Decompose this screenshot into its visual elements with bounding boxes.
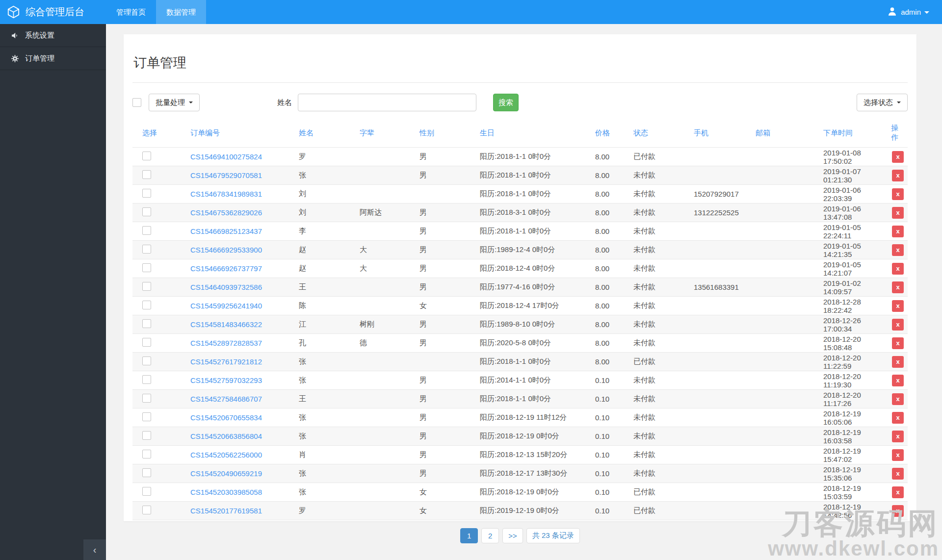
app-title: 综合管理后台: [26, 5, 84, 19]
delete-button[interactable]: x: [892, 281, 904, 293]
cell-order-time: 2018-12-19 16:03:58: [819, 427, 887, 446]
delete-button[interactable]: x: [892, 151, 904, 163]
delete-button[interactable]: x: [892, 337, 904, 349]
select-all-checkbox[interactable]: [132, 98, 141, 107]
order-number-link[interactable]: CS154640939732586: [190, 283, 262, 291]
delete-button[interactable]: x: [892, 170, 904, 181]
order-number-link[interactable]: CS154694100275824: [190, 153, 262, 161]
search-button[interactable]: 搜索: [493, 94, 519, 111]
delete-button[interactable]: x: [892, 431, 904, 442]
cell-status: 未付款: [629, 408, 690, 427]
order-number-link[interactable]: CS154520177619581: [190, 507, 262, 515]
delete-button[interactable]: x: [892, 207, 904, 219]
row-checkbox[interactable]: [142, 375, 151, 384]
order-number-link[interactable]: CS154527617921812: [190, 357, 262, 366]
cell-price: 0.10: [591, 371, 629, 390]
row-checkbox[interactable]: [142, 152, 151, 160]
row-checkbox[interactable]: [142, 356, 151, 365]
delete-button[interactable]: x: [892, 486, 904, 498]
cell-status: 未付款: [629, 464, 690, 483]
delete-button[interactable]: x: [892, 300, 904, 312]
order-number-link[interactable]: CS154678341989831: [190, 190, 262, 198]
cell-select: [132, 483, 186, 502]
delete-button[interactable]: x: [892, 356, 904, 368]
nav-item-home[interactable]: 管理首页: [106, 0, 156, 24]
cell-price: 8.00: [591, 185, 629, 204]
delete-button[interactable]: x: [892, 468, 904, 480]
row-checkbox[interactable]: [142, 431, 151, 440]
order-number-link[interactable]: CS154669825123437: [190, 227, 262, 235]
user-menu[interactable]: admin: [887, 0, 942, 24]
row-checkbox[interactable]: [142, 245, 151, 254]
cell-select: [132, 204, 186, 222]
order-number-link[interactable]: CS154520490659219: [190, 469, 262, 478]
delete-button[interactable]: x: [892, 505, 904, 517]
row-checkbox[interactable]: [142, 301, 151, 309]
order-number-link[interactable]: CS154675362829026: [190, 208, 262, 217]
order-number-link[interactable]: CS154527584686707: [190, 395, 262, 403]
order-number-link[interactable]: CS154528972828537: [190, 339, 262, 347]
cell-order-no: CS154528972828537: [186, 334, 295, 353]
row-checkbox[interactable]: [142, 319, 151, 328]
order-number-link[interactable]: CS154666929533900: [190, 246, 262, 254]
row-checkbox[interactable]: [142, 263, 151, 272]
order-number-link[interactable]: CS154679529070581: [190, 171, 262, 179]
cell-actions: x: [887, 297, 908, 315]
row-checkbox[interactable]: [142, 189, 151, 198]
cell-zibei: [356, 166, 416, 185]
delete-button[interactable]: x: [892, 449, 904, 461]
row-checkbox[interactable]: [142, 506, 151, 514]
cell-price: 8.00: [591, 353, 629, 371]
order-number-link[interactable]: CS154520670655834: [190, 413, 262, 422]
next-page-button[interactable]: >>: [502, 528, 523, 543]
row-checkbox[interactable]: [142, 487, 151, 496]
cell-price: 8.00: [591, 297, 629, 315]
cell-zibei: 大: [356, 241, 416, 259]
row-checkbox[interactable]: [142, 282, 151, 291]
delete-button[interactable]: x: [892, 226, 904, 237]
row-checkbox[interactable]: [142, 468, 151, 477]
cell-status: 未付款: [629, 446, 690, 464]
chevron-down-icon: [189, 102, 193, 103]
name-search-input[interactable]: [298, 94, 476, 111]
order-number-link[interactable]: CS154581483466322: [190, 320, 262, 329]
cell-name: 陈: [295, 297, 356, 315]
batch-process-button[interactable]: 批量处理: [149, 94, 200, 111]
cell-birthday: 阳历:2018-1-1 0时0分: [476, 390, 591, 408]
row-checkbox[interactable]: [142, 450, 151, 458]
delete-button[interactable]: x: [892, 188, 904, 200]
row-checkbox[interactable]: [142, 394, 151, 403]
cell-email: [752, 353, 819, 371]
cell-actions: x: [887, 464, 908, 483]
delete-button[interactable]: x: [892, 263, 904, 275]
row-checkbox[interactable]: [142, 226, 151, 235]
sidebar-item-order-management[interactable]: 订单管理: [0, 47, 106, 70]
cell-actions: x: [887, 315, 908, 334]
nav-item-data[interactable]: 数据管理: [156, 0, 206, 24]
cell-zibei: [356, 502, 416, 520]
cell-select: [132, 297, 186, 315]
sidebar-item-system-settings[interactable]: 系统设置: [0, 24, 106, 47]
order-number-link[interactable]: CS154527597032293: [190, 376, 262, 384]
row-checkbox[interactable]: [142, 412, 151, 421]
delete-button[interactable]: x: [892, 319, 904, 331]
delete-button[interactable]: x: [892, 393, 904, 405]
delete-button[interactable]: x: [892, 412, 904, 424]
order-number-link[interactable]: CS154520562256000: [190, 451, 262, 459]
order-number-link[interactable]: CS154520663856804: [190, 432, 262, 440]
row-checkbox[interactable]: [142, 338, 151, 347]
row-checkbox[interactable]: [142, 170, 151, 179]
page-button-1[interactable]: 1: [460, 528, 478, 543]
order-number-link[interactable]: CS154599256241940: [190, 302, 262, 310]
order-number-link[interactable]: CS154666926737797: [190, 264, 262, 273]
status-filter-button[interactable]: 选择状态: [857, 94, 908, 111]
page-button-2[interactable]: 2: [481, 528, 499, 543]
row-checkbox[interactable]: [142, 207, 151, 216]
cell-name: 张: [295, 427, 356, 446]
delete-button[interactable]: x: [892, 375, 904, 386]
cell-price: 8.00: [591, 222, 629, 241]
order-number-link[interactable]: CS154520303985058: [190, 488, 262, 496]
delete-button[interactable]: x: [892, 244, 904, 256]
cell-zibei: [356, 222, 416, 241]
sidebar-collapse-button[interactable]: ‹: [83, 539, 106, 560]
